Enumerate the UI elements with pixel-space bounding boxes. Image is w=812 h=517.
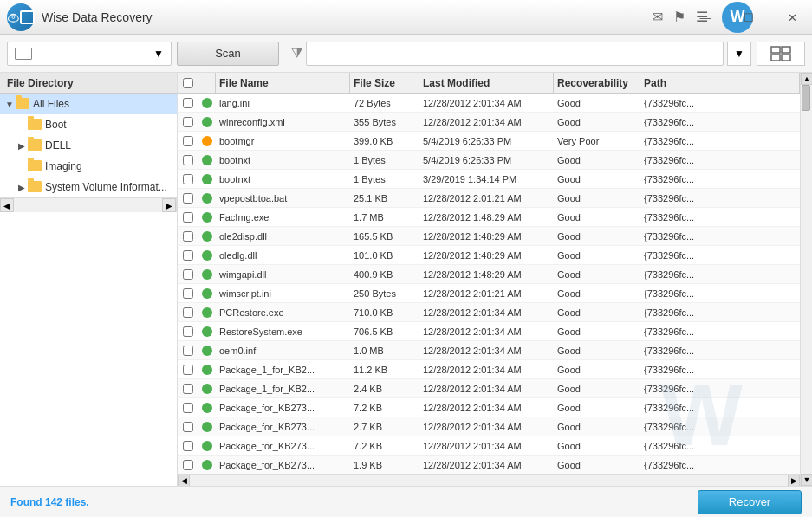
row-checkbox[interactable] [183, 117, 193, 127]
table-row[interactable]: winreconfig.xml355 Bytes12/28/2012 2:01:… [178, 113, 800, 132]
row-checkbox-cell[interactable] [178, 212, 198, 223]
row-checkbox[interactable] [183, 174, 193, 184]
table-row[interactable]: Package_for_KB273...7.2 KB12/28/2012 2:0… [178, 398, 800, 417]
select-all-checkbox[interactable] [183, 78, 193, 88]
row-checkbox-cell[interactable] [178, 117, 198, 127]
row-checkbox-cell[interactable] [178, 155, 198, 165]
table-row[interactable]: oem0.inf1.0 MB12/28/2012 2:01:34 AMGood{… [178, 341, 800, 360]
row-checkbox-cell[interactable] [178, 326, 198, 337]
table-row[interactable]: vpepostbtoa.bat25.1 KB12/28/2012 2:01:21… [178, 189, 800, 208]
table-row[interactable]: ole2disp.dll165.5 KB12/28/2012 1:48:29 A… [178, 227, 800, 246]
row-recoverability: Good [554, 307, 640, 318]
table-row[interactable]: bootmgr399.0 KB5/4/2019 6:26:33 PMVery P… [178, 132, 800, 151]
row-checkbox[interactable] [183, 307, 193, 318]
row-checkbox[interactable] [183, 136, 193, 146]
filter-dropdown-button[interactable]: ▼ [727, 42, 751, 66]
table-row[interactable]: bootnxt1 Bytes5/4/2019 6:26:33 PMGood{73… [178, 151, 800, 170]
row-checkbox-cell[interactable] [178, 460, 198, 470]
scan-button[interactable]: Scan [177, 42, 279, 66]
close-button[interactable]: ✕ [772, 0, 812, 35]
table-row[interactable]: RestoreSystem.exe706.5 KB12/28/2012 2:01… [178, 322, 800, 341]
table-row[interactable]: bootnxt1 Bytes3/29/2019 1:34:14 PMGood{7… [178, 170, 800, 189]
row-checkbox[interactable] [183, 212, 193, 223]
row-checkbox-cell[interactable] [178, 250, 198, 261]
row-checkbox-cell[interactable] [178, 365, 198, 375]
row-checkbox[interactable] [183, 231, 193, 242]
bookmark-icon[interactable]: ⚑ [673, 9, 685, 25]
sidebar-tree-item[interactable]: ▼All Files [0, 94, 177, 114]
row-checkbox-cell[interactable] [178, 422, 198, 432]
table-row[interactable]: lang.ini72 Bytes12/28/2012 2:01:34 AMGoo… [178, 94, 800, 113]
row-checkbox[interactable] [183, 441, 193, 451]
vscroll-thumb[interactable] [802, 85, 810, 111]
recover-button[interactable]: Recover [698, 490, 802, 514]
sidebar-scroll-track[interactable] [14, 198, 162, 212]
row-checkbox[interactable] [183, 422, 193, 432]
row-lastmodified: 12/28/2012 2:01:34 AM [419, 307, 554, 318]
sidebar-tree-item[interactable]: ▶System Volume Informat... [0, 177, 177, 197]
row-checkbox-cell[interactable] [178, 403, 198, 413]
row-checkbox-cell[interactable] [178, 98, 198, 108]
table-row[interactable]: Package_for_KB273...2.7 KB12/28/2012 2:0… [178, 417, 800, 436]
vscroll-track[interactable] [801, 85, 812, 474]
row-checkbox[interactable] [183, 365, 193, 375]
table-row[interactable]: Package_1_for_KB2...2.4 KB12/28/2012 2:0… [178, 379, 800, 398]
row-checkbox[interactable] [183, 193, 193, 204]
filter-input[interactable] [306, 42, 724, 66]
row-recoverability: Good [554, 193, 640, 204]
vscroll-up-arrow[interactable]: ▲ [801, 73, 812, 85]
table-row[interactable]: Package_for_KB273...1.9 KB12/28/2012 2:0… [178, 456, 800, 474]
row-checkbox-cell[interactable] [178, 346, 198, 356]
row-checkbox-cell[interactable] [178, 307, 198, 318]
row-checkbox-cell[interactable] [178, 384, 198, 394]
table-row[interactable]: wimscript.ini250 Bytes12/28/2012 2:01:21… [178, 284, 800, 303]
row-checkbox[interactable] [183, 346, 193, 356]
row-checkbox-cell[interactable] [178, 231, 198, 242]
sidebar-tree-item[interactable]: Boot [0, 114, 177, 135]
table-row[interactable]: oledlg.dll101.0 KB12/28/2012 1:48:29 AMG… [178, 246, 800, 265]
row-checkbox[interactable] [183, 326, 193, 337]
table-row[interactable]: FacImg.exe1.7 MB12/28/2012 1:48:29 AMGoo… [178, 208, 800, 227]
row-checkbox[interactable] [183, 460, 193, 470]
column-filename[interactable]: File Name [216, 73, 350, 93]
sidebar-scroll-left[interactable]: ◀ [0, 198, 14, 212]
vscroll-down-arrow[interactable]: ▼ [801, 474, 812, 486]
folder-icon [28, 181, 42, 193]
sidebar-scroll-right[interactable]: ▶ [162, 198, 176, 212]
table-row[interactable]: PCRestore.exe710.0 KB12/28/2012 2:01:34 … [178, 303, 800, 322]
row-checkbox[interactable] [183, 403, 193, 413]
drive-selector[interactable]: ▼ [7, 42, 172, 66]
row-checkbox-cell[interactable] [178, 441, 198, 451]
row-checkbox[interactable] [183, 269, 193, 280]
row-checkbox-cell[interactable] [178, 193, 198, 204]
row-checkbox[interactable] [183, 288, 193, 299]
column-filesize[interactable]: File Size [350, 73, 419, 93]
table-row[interactable]: Package_1_for_KB2...11.2 KB12/28/2012 2:… [178, 360, 800, 379]
row-checkbox-cell[interactable] [178, 136, 198, 146]
hscroll-track[interactable] [190, 475, 788, 486]
row-checkbox-cell[interactable] [178, 269, 198, 280]
row-recoverability: Good [554, 155, 640, 165]
row-checkbox[interactable] [183, 384, 193, 394]
row-checkbox[interactable] [183, 155, 193, 165]
view-toggle-button[interactable] [757, 42, 805, 66]
email-icon[interactable]: ✉ [652, 9, 663, 25]
hscroll-left-arrow[interactable]: ◀ [178, 475, 190, 486]
column-status[interactable] [198, 73, 216, 93]
table-row[interactable]: Package_for_KB273...7.2 KB12/28/2012 2:0… [178, 436, 800, 456]
row-checkbox-cell[interactable] [178, 174, 198, 184]
minimize-button[interactable]: — [685, 0, 725, 35]
row-checkbox[interactable] [183, 98, 193, 108]
row-checkbox[interactable] [183, 250, 193, 261]
maximize-button[interactable]: ☐ [729, 0, 769, 35]
row-checkbox-cell[interactable] [178, 288, 198, 299]
column-recoverability[interactable]: Recoverability [554, 73, 640, 93]
hscroll-right-arrow[interactable]: ▶ [788, 475, 800, 486]
sidebar-tree-item[interactable]: ▶DELL [0, 135, 177, 156]
row-filename: oledlg.dll [216, 250, 350, 261]
column-check[interactable] [178, 73, 198, 93]
column-lastmodified[interactable]: Last Modified [419, 73, 554, 93]
column-path[interactable]: Path [640, 73, 800, 93]
table-row[interactable]: wimgapi.dll400.9 KB12/28/2012 1:48:29 AM… [178, 265, 800, 284]
sidebar-tree-item[interactable]: Imaging [0, 156, 177, 177]
